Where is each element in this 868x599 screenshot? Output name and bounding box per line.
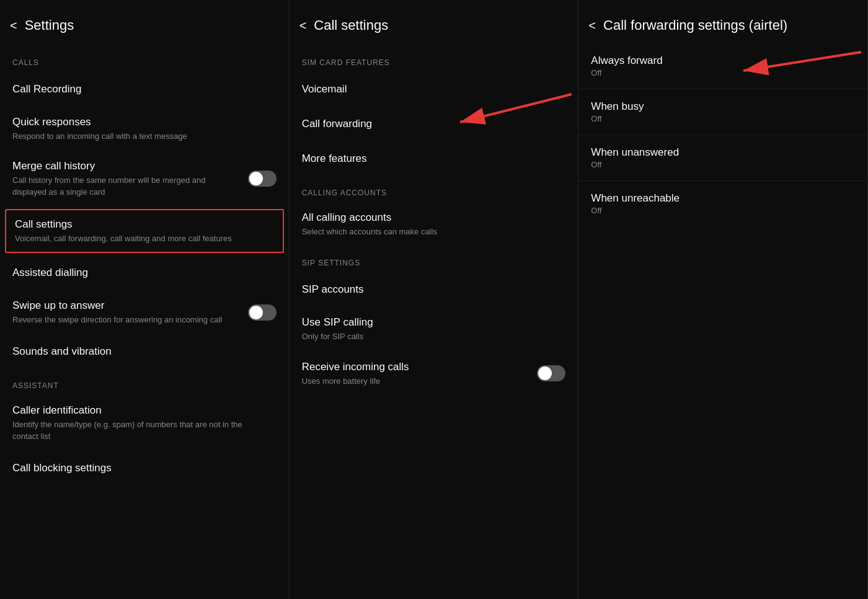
call-forwarding-settings-panel: < Call forwarding settings (airtel) Alwa… — [578, 0, 868, 599]
assisted-dialling-item[interactable]: Assisted dialling — [0, 255, 289, 290]
swipe-up-answer-toggle[interactable] — [248, 304, 277, 321]
call-forwarding-settings-title: Call forwarding settings (airtel) — [603, 17, 787, 33]
settings-back-button[interactable]: < — [10, 19, 17, 33]
call-settings-title: Call settings — [314, 17, 388, 33]
merge-call-history-title: Merge call history — [12, 159, 241, 173]
receive-incoming-calls-subtitle: Uses more battery life — [302, 376, 530, 387]
sim-card-features-label: SIM CARD FEATURES — [290, 46, 578, 72]
when-busy-title: When busy — [591, 100, 855, 113]
when-unreachable-value: Off — [591, 206, 855, 215]
caller-identification-item[interactable]: Caller identification Identify the name/… — [0, 395, 289, 450]
caller-identification-subtitle: Identify the name/type (e.g. spam) of nu… — [12, 419, 269, 441]
call-blocking-settings-item[interactable]: Call blocking settings — [0, 451, 289, 486]
always-forward-title: Always forward — [591, 55, 855, 67]
caller-identification-title: Caller identification — [12, 404, 269, 417]
when-busy-value: Off — [591, 114, 855, 123]
divider-1 — [578, 89, 867, 89]
sounds-vibration-item[interactable]: Sounds and vibration — [0, 334, 289, 369]
divider-2 — [578, 135, 867, 135]
when-busy-item[interactable]: When busy Off — [578, 92, 867, 132]
receive-incoming-calls-toggle[interactable] — [537, 365, 565, 381]
call-recording-item[interactable]: Call Recording — [0, 72, 289, 107]
settings-content: CALLS Call Recording Quick responses Res… — [0, 46, 289, 599]
call-recording-title: Call Recording — [12, 82, 269, 96]
sip-accounts-title: SIP accounts — [302, 283, 559, 296]
quick-responses-title: Quick responses — [12, 115, 269, 129]
sounds-vibration-title: Sounds and vibration — [12, 345, 269, 358]
call-forwarding-item[interactable]: Call forwarding — [290, 107, 578, 141]
swipe-up-answer-item[interactable]: Swipe up to answer Reverse the swipe dir… — [0, 290, 289, 334]
calling-accounts-label: CALLING ACCOUNTS — [290, 176, 578, 202]
use-sip-calling-item[interactable]: Use SIP calling Only for SIP calls — [290, 307, 578, 351]
assisted-dialling-title: Assisted dialling — [12, 266, 269, 280]
call-settings-content: SIM CARD FEATURES Voicemail Call forward… — [290, 46, 578, 599]
sip-settings-label: SIP SETTINGS — [290, 246, 578, 272]
quick-responses-subtitle: Respond to an incoming call with a text … — [12, 131, 269, 142]
call-forwarding-content: Always forward Off When busy Off When un… — [578, 46, 867, 599]
when-unreachable-item[interactable]: When unreachable Off — [578, 184, 867, 224]
swipe-up-answer-subtitle: Reverse the swipe direction for answerin… — [12, 314, 241, 326]
quick-responses-item[interactable]: Quick responses Respond to an incoming c… — [0, 107, 289, 151]
voicemail-item[interactable]: Voicemail — [290, 72, 578, 107]
when-unanswered-item[interactable]: When unanswered Off — [578, 138, 867, 178]
call-settings-header: < Call settings — [290, 0, 578, 46]
all-calling-accounts-subtitle: Select which accounts can make calls — [302, 226, 559, 237]
call-forwarding-container: Call forwarding — [290, 107, 578, 141]
assistant-section-label: ASSISTANT — [0, 369, 289, 395]
call-forwarding-title: Call forwarding — [302, 117, 559, 131]
settings-panel: < Settings CALLS Call Recording Quick re… — [0, 0, 290, 599]
when-unanswered-title: When unanswered — [591, 146, 855, 159]
calls-section-label: CALLS — [0, 46, 289, 72]
use-sip-calling-title: Use SIP calling — [302, 316, 559, 329]
swipe-up-answer-title: Swipe up to answer — [12, 299, 241, 313]
merge-call-history-item[interactable]: Merge call history Call history from the… — [0, 151, 289, 206]
voicemail-title: Voicemail — [302, 82, 559, 96]
merge-call-history-subtitle: Call history from the same number will b… — [12, 175, 241, 197]
settings-header: < Settings — [0, 0, 289, 46]
all-calling-accounts-title: All calling accounts — [302, 211, 559, 224]
call-forwarding-header: < Call forwarding settings (airtel) — [578, 0, 867, 46]
receive-incoming-calls-title: Receive incoming calls — [302, 360, 530, 374]
call-blocking-settings-title: Call blocking settings — [12, 461, 269, 475]
all-calling-accounts-item[interactable]: All calling accounts Select which accoun… — [290, 202, 578, 246]
when-unreachable-title: When unreachable — [591, 192, 855, 205]
when-unanswered-value: Off — [591, 160, 855, 169]
use-sip-calling-subtitle: Only for SIP calls — [302, 331, 559, 342]
more-features-title: More features — [302, 152, 559, 166]
call-settings-back-button[interactable]: < — [299, 19, 307, 33]
more-features-item[interactable]: More features — [290, 141, 578, 176]
call-settings-title: Call settings — [15, 218, 267, 231]
always-forward-item[interactable]: Always forward Off — [578, 46, 867, 86]
always-forward-container: Always forward Off — [578, 46, 867, 86]
call-settings-item[interactable]: Call settings Voicemail, call forwarding… — [5, 209, 284, 253]
call-settings-subtitle: Voicemail, call forwarding, call waiting… — [15, 233, 267, 244]
sip-accounts-item[interactable]: SIP accounts — [290, 272, 578, 307]
always-forward-value: Off — [591, 68, 855, 78]
divider-3 — [578, 180, 867, 181]
merge-call-history-toggle[interactable] — [248, 171, 277, 187]
call-settings-panel: < Call settings SIM CARD FEATURES Voicem… — [290, 0, 579, 599]
receive-incoming-calls-item[interactable]: Receive incoming calls Uses more battery… — [290, 352, 578, 396]
settings-title: Settings — [25, 17, 74, 33]
call-forwarding-back-button[interactable]: < — [588, 19, 596, 33]
